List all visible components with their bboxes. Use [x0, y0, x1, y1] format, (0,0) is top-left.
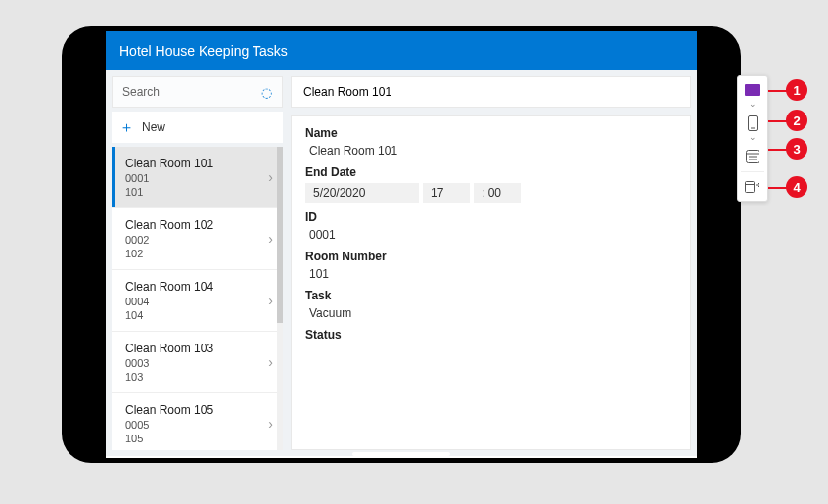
detail-header-title: Clean Room 101: [303, 85, 391, 99]
label-name: Name: [305, 126, 676, 140]
annotation-bubble-4: 4: [786, 176, 807, 198]
list-item-id: 0001: [125, 172, 273, 184]
value-id: 0001: [305, 228, 676, 242]
home-indicator: [352, 452, 450, 456]
separator: [741, 171, 764, 172]
list-item[interactable]: Clean Room 105 0005 105 ›: [112, 392, 283, 450]
chevron-down-icon[interactable]: ⌄: [749, 133, 757, 142]
annotation-line: [768, 187, 788, 189]
list-item-id: 0002: [125, 234, 273, 246]
chevron-right-icon: ›: [268, 416, 273, 432]
list-item-room: 101: [125, 186, 273, 198]
tool-form-settings[interactable]: [738, 147, 767, 166]
svg-rect-7: [746, 182, 755, 193]
svg-rect-2: [751, 128, 755, 129]
chevron-down-icon[interactable]: ⌄: [749, 100, 757, 109]
loading-icon: ◌: [261, 85, 272, 100]
tablet-frame: Hotel House Keeping Tasks Search ◌ ＋ New…: [62, 26, 741, 463]
plus-icon: ＋: [119, 118, 134, 137]
detail-body: Name Clean Room 101 End Date 5/20/2020 1…: [291, 115, 691, 450]
search-placeholder: Search: [122, 85, 160, 99]
list-item[interactable]: Clean Room 101 0001 101 ›: [112, 147, 283, 207]
annotation-line: [768, 120, 788, 122]
value-name: Clean Room 101: [305, 144, 676, 158]
list-item-id: 0005: [125, 419, 273, 431]
end-date-date[interactable]: 5/20/2020: [305, 183, 419, 203]
app-screen: Hotel House Keeping Tasks Search ◌ ＋ New…: [106, 31, 697, 458]
tool-panel: ⌄ ⌄: [737, 75, 768, 202]
chevron-right-icon: ›: [268, 354, 273, 370]
scrollbar[interactable]: [277, 147, 283, 450]
list-item-title: Clean Room 104: [125, 280, 273, 294]
chevron-right-icon: ›: [268, 293, 273, 308]
left-column: Search ◌ ＋ New Clean Room 101 0001 101 ›: [112, 76, 283, 450]
annotation-line: [768, 149, 788, 151]
detail-header: Clean Room 101: [291, 76, 691, 108]
list-item-room: 105: [125, 433, 273, 444]
new-button-label: New: [142, 120, 165, 134]
label-end-date: End Date: [305, 165, 676, 179]
new-button[interactable]: ＋ New: [112, 112, 283, 143]
list-item-id: 0003: [125, 357, 273, 369]
app-title-bar: Hotel House Keeping Tasks: [106, 31, 697, 70]
label-status: Status: [305, 328, 676, 342]
tool-designer-view[interactable]: [738, 80, 767, 100]
annotation-bubble-3: 3: [786, 138, 807, 160]
list-item-title: Clean Room 102: [125, 218, 273, 232]
list-item[interactable]: Clean Room 103 0003 103 ›: [112, 331, 283, 392]
list-item-room: 102: [125, 248, 273, 259]
list-item-room: 103: [125, 371, 273, 383]
annotation-bubble-2: 2: [786, 110, 807, 131]
chevron-right-icon: ›: [268, 231, 273, 247]
label-id: ID: [305, 210, 676, 224]
detail-column: Clean Room 101 Name Clean Room 101 End D…: [291, 76, 691, 450]
chevron-right-icon: ›: [268, 169, 273, 185]
task-list: Clean Room 101 0001 101 › Clean Room 102…: [112, 147, 283, 450]
scrollbar-thumb[interactable]: [277, 147, 283, 323]
search-input[interactable]: Search ◌: [112, 76, 283, 108]
end-date-field[interactable]: 5/20/2020 17 : 00: [305, 183, 676, 203]
list-item-title: Clean Room 101: [125, 157, 273, 170]
end-date-min[interactable]: : 00: [474, 183, 521, 203]
tool-phone-preview[interactable]: [738, 114, 767, 133]
value-task: Vacuum: [305, 306, 676, 320]
end-date-hour[interactable]: 17: [423, 183, 470, 203]
app-title: Hotel House Keeping Tasks: [119, 43, 288, 59]
annotation-line: [768, 90, 788, 92]
list-item-title: Clean Room 105: [125, 403, 273, 417]
list-item[interactable]: Clean Room 102 0002 102 ›: [112, 207, 283, 269]
label-task: Task: [305, 289, 676, 302]
svg-rect-0: [745, 84, 760, 96]
annotation-bubble-1: 1: [786, 79, 807, 101]
app-content: Search ◌ ＋ New Clean Room 101 0001 101 ›: [106, 70, 697, 456]
list-item-id: 0004: [125, 296, 273, 307]
tool-layout-panel[interactable]: [738, 177, 767, 197]
list-item-title: Clean Room 103: [125, 342, 273, 355]
list-item-room: 104: [125, 309, 273, 321]
label-room-number: Room Number: [305, 250, 676, 263]
list-item[interactable]: Clean Room 104 0004 104 ›: [112, 269, 283, 331]
value-room-number: 101: [305, 267, 676, 281]
